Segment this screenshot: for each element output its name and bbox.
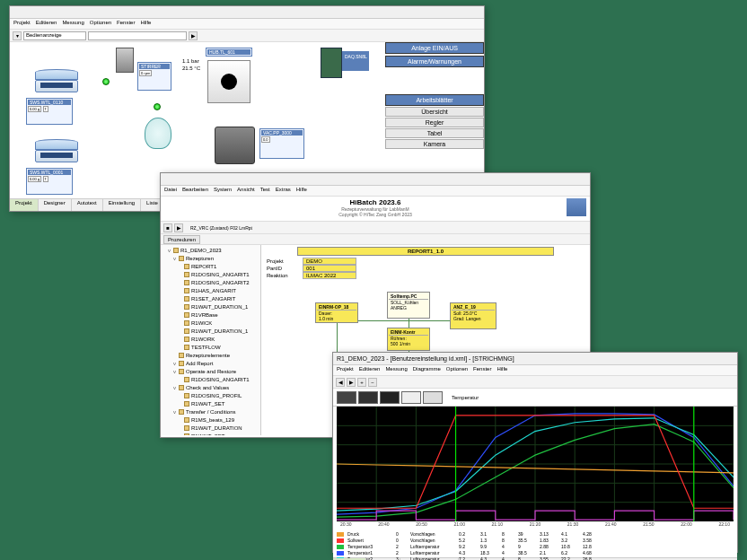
menu-item[interactable]: Projekt [13, 20, 31, 28]
device-tare[interactable]: T [43, 176, 48, 182]
flow-block[interactable]: Solltemp.PCSOLL_KühlenANREG [387, 292, 430, 319]
field-projekt[interactable]: DEMO [303, 258, 356, 265]
tree-node[interactable]: REPORT1 [163, 263, 259, 271]
tool-btn[interactable]: − [368, 378, 377, 387]
menu-item[interactable]: Ansicht [237, 187, 255, 195]
menu-item[interactable]: Fenster [473, 366, 491, 374]
tool-btn[interactable]: ▶ [174, 223, 183, 232]
tree-node[interactable]: R1DOSING_ANGARIT2 [163, 279, 259, 287]
channel-button[interactable] [380, 391, 400, 404]
tree-node[interactable]: TESTFLOW [163, 344, 259, 352]
menu-item[interactable]: Editieren [36, 20, 57, 28]
tree-node[interactable]: R1WORK [163, 336, 259, 344]
menu-item[interactable]: Hilfe [497, 366, 507, 374]
tree-node[interactable]: R1VRBase [163, 311, 259, 319]
menu-item[interactable]: Bearbeiten [182, 187, 208, 195]
win2-titlebar[interactable] [161, 173, 590, 186]
field-reaktion[interactable]: ILMAC 2022 [303, 272, 356, 279]
display-value[interactable] [88, 31, 187, 40]
tree-node[interactable]: R1WAIT_DURATION_1 [163, 303, 259, 311]
channel-button[interactable] [358, 391, 378, 404]
tree-node[interactable]: R1DOSING_PROFIL [163, 392, 259, 400]
bottom-tab[interactable]: Projekt [10, 199, 39, 211]
tree-node[interactable]: R1SET_ANGARIT [163, 295, 259, 303]
menu-item[interactable]: Extras [276, 187, 291, 195]
menu-item[interactable]: Diagramme [413, 366, 441, 374]
tree-node[interactable]: vOperate and Restore [163, 368, 259, 376]
flow-block[interactable]: ANZ_E_19Soll: 25.0°CGrad: Langen [450, 302, 497, 329]
menu-item[interactable]: Projekt [337, 366, 354, 374]
win3-titlebar[interactable]: R1_DEMO_2023 - [Benutzereinstellung id.x… [333, 353, 737, 365]
tree-node[interactable]: R1DOSING_ANGARIT1 [163, 271, 259, 279]
flow-block[interactable]: EINRM-OP_18Dauer:1.0 min [315, 302, 358, 323]
channel-button[interactable] [401, 391, 421, 404]
menu-item[interactable]: Fenster [117, 20, 135, 28]
motor-panel[interactable]: STIRRER 0 rpm [137, 62, 171, 91]
logo-icon [567, 198, 586, 216]
tool-btn[interactable]: ▾ [13, 31, 22, 40]
tab-label[interactable]: Temperatur [452, 395, 479, 400]
field-part[interactable]: 001 [303, 265, 356, 272]
legend-row[interactable]: Druck0Vorschlagen0.23.18393.134.14.28 [337, 531, 734, 538]
display-select[interactable]: Bedienanzeige [23, 31, 86, 40]
tool-btn[interactable]: + [357, 378, 366, 387]
tree-node[interactable]: R1WAIT_DURATION_1 [163, 328, 259, 336]
menu-item[interactable]: System [214, 187, 232, 195]
tab-prozeduren[interactable]: Prozeduren [163, 235, 200, 244]
pump-panel[interactable]: VAC.PP_3000 0.0 [259, 128, 304, 159]
worksheet-item[interactable]: Regler [385, 118, 484, 127]
tree-node[interactable]: vR1_DEMO_2023 [163, 247, 259, 255]
tree-node[interactable]: R1WAIT_DURATION [163, 424, 259, 433]
tree-node[interactable]: Rezepturelemente [163, 352, 259, 360]
win3-title-text: R1_DEMO_2023 - [Benutzereinstellung id.x… [337, 355, 514, 362]
thermostat-panel[interactable]: HUB.TL_601 [206, 48, 252, 57]
menu-item[interactable]: Editieren [359, 366, 381, 374]
bottom-tab[interactable]: Designer [39, 199, 72, 211]
alarms-button[interactable]: Alarme/Warnungen [385, 56, 484, 67]
legend-row[interactable]: Temperatur12Lufttemperatur4.318.3438.52.… [337, 550, 734, 556]
legend-row[interactable]: Temperatur32Lufttemperatur9.29.9492.8810… [337, 544, 734, 550]
menu-item[interactable]: Optionen [446, 366, 468, 374]
menu-item[interactable]: Messung [385, 366, 407, 374]
trend-plot[interactable] [337, 407, 734, 521]
menu-item[interactable]: Datei [164, 187, 177, 195]
tree-node[interactable]: R1HAS_ANGARIT [163, 287, 259, 295]
worksheet-item[interactable]: Übersicht [385, 107, 484, 117]
tree-node[interactable]: R1MS_beats_129 [163, 416, 259, 424]
tree-node[interactable]: vAdd Report [163, 360, 259, 368]
tree-node[interactable]: R1DOSING_ANGARIT1 [163, 376, 259, 384]
tool-btn[interactable]: ■ [163, 223, 172, 232]
bottom-tab[interactable]: Autotext [72, 199, 103, 211]
trend-window: R1_DEMO_2023 - [Benutzereinstellung id.x… [332, 352, 738, 553]
legend-row[interactable]: Sollwert0Vorschlagen5.21.3835.51.833.23.… [337, 538, 734, 544]
worksheet-item[interactable]: Tabel [385, 128, 484, 138]
plant-onoff-button[interactable]: Anlage EIN/AUS [385, 42, 484, 54]
channel-button[interactable] [423, 391, 443, 404]
recipe-form: REPORT1_1.0 ProjektDEMO PartID001 Reakti… [261, 245, 590, 283]
daq-panel-1[interactable]: DAQ.SN8L [342, 51, 369, 71]
tree-node[interactable]: vTransfer / Conditions [163, 408, 259, 416]
tree-node[interactable]: R1WAIT_SET [163, 400, 259, 408]
menu-item[interactable]: Hilfe [296, 187, 307, 195]
worksheet-item[interactable]: Kamera [385, 139, 484, 149]
channel-button[interactable] [337, 391, 356, 404]
recipe-tree[interactable]: vR1_DEMO_2023vRezepturenREPORT1R1DOSING_… [161, 245, 261, 435]
device-tare[interactable]: T [43, 106, 48, 112]
win1-titlebar[interactable] [10, 6, 484, 19]
bottom-tab[interactable]: Einstellung [103, 199, 141, 211]
menu-item[interactable]: Hilfe [140, 20, 151, 28]
tool-btn[interactable]: ▶ [347, 378, 356, 387]
flow-block[interactable]: EINM-KontrRühren:500 1/min [387, 328, 430, 351]
balance-top-panel[interactable]: SWS.WTL_0110 0.00 g T [26, 98, 73, 125]
tree-node[interactable]: vRezepturen [163, 255, 259, 263]
menu-item[interactable]: Messung [62, 20, 83, 28]
label-reaktion: Reaktion [267, 273, 299, 278]
tree-node[interactable]: R1WICK [163, 319, 259, 328]
tool-btn[interactable]: ◀ [336, 378, 345, 387]
menu-item[interactable]: Optionen [90, 20, 111, 28]
menu-item[interactable]: Test [260, 187, 270, 195]
tool-go[interactable]: ▶ [189, 31, 198, 40]
tree-node[interactable]: vCheck and Values [163, 384, 259, 392]
balance-bottom-panel[interactable]: SWS.WTL_0001 0.00 g T [26, 168, 73, 195]
tree-node[interactable]: R1WAIT_SET [163, 433, 259, 435]
